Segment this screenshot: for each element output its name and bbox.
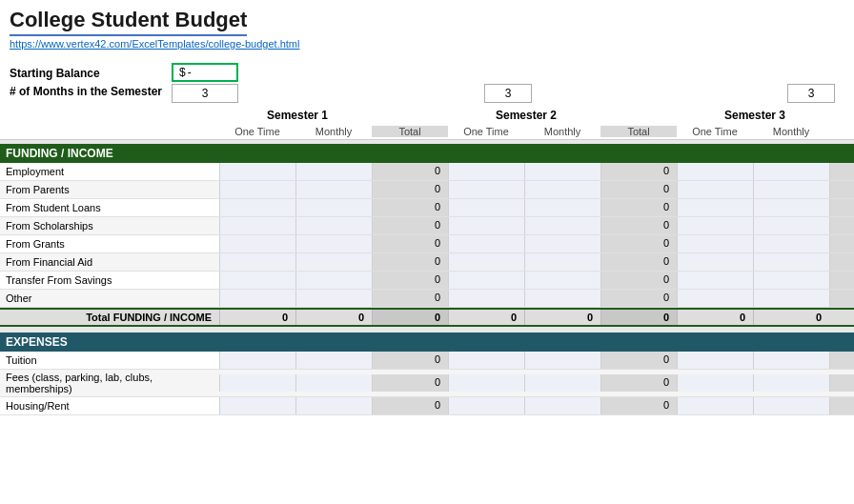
s2-total-cell: 0: [600, 217, 677, 234]
s3-monthly-cell[interactable]: [753, 181, 829, 198]
s1-monthly-cell[interactable]: [295, 217, 372, 234]
s3-monthly-cell[interactable]: [753, 374, 829, 392]
s1-one-time-cell[interactable]: [219, 235, 295, 252]
row-label: Fees (class, parking, lab, clubs, member…: [0, 370, 219, 396]
expense-rows: Tuition00Fees (class, parking, lab, club…: [0, 352, 854, 415]
s2-one-time-cell[interactable]: [448, 217, 524, 234]
s2-monthly-cell[interactable]: [524, 163, 600, 180]
s2-monthly-cell[interactable]: [524, 235, 600, 252]
s1-monthly-cell[interactable]: [295, 199, 372, 216]
s1-one-time-cell[interactable]: [219, 181, 295, 198]
s2-one-time-cell[interactable]: [448, 290, 524, 307]
s3-monthly-cell[interactable]: [753, 163, 829, 180]
s3-one-time-cell[interactable]: [677, 374, 753, 392]
data-row: Tuition00: [0, 352, 854, 370]
total-s1-one-time: 0: [219, 310, 295, 325]
s3-monthly-cell[interactable]: [753, 352, 829, 369]
s2-monthly-cell[interactable]: [524, 181, 600, 198]
s1-total-cell: 0: [372, 352, 448, 369]
s1-monthly-cell[interactable]: [295, 272, 372, 289]
s3-total-cell: [829, 374, 854, 392]
s2-monthly-cell[interactable]: [524, 272, 600, 289]
s1-total-cell: 0: [372, 272, 448, 289]
s1-monthly-cell[interactable]: [295, 163, 372, 180]
s1-one-time-header: One Time: [219, 126, 295, 137]
s1-one-time-cell[interactable]: [219, 217, 295, 234]
s2-one-time-cell[interactable]: [448, 352, 524, 369]
starting-balance-label: Starting Balance: [10, 65, 162, 83]
s3-monthly-cell[interactable]: [753, 199, 829, 216]
s2-one-time-cell[interactable]: [448, 181, 524, 198]
s1-one-time-cell[interactable]: [219, 352, 295, 369]
s3-one-time-cell[interactable]: [677, 397, 753, 414]
s3-monthly-cell[interactable]: [753, 290, 829, 307]
s2-one-time-cell[interactable]: [448, 272, 524, 289]
s3-total-cell: [829, 352, 854, 369]
s3-monthly-cell[interactable]: [753, 272, 829, 289]
s1-one-time-cell[interactable]: [219, 272, 295, 289]
s3-one-time-cell[interactable]: [677, 217, 753, 234]
months-s2-value[interactable]: 3: [505, 87, 512, 100]
s3-monthly-cell[interactable]: [753, 235, 829, 252]
data-row: Transfer From Savings00: [0, 272, 854, 290]
s2-monthly-cell[interactable]: [524, 374, 600, 392]
s3-monthly-cell[interactable]: [753, 397, 829, 414]
s1-monthly-cell[interactable]: [295, 374, 372, 392]
s3-one-time-cell[interactable]: [677, 272, 753, 289]
data-row: Employment00: [0, 163, 854, 181]
row-label: From Parents: [0, 182, 219, 197]
months-s3-value[interactable]: 3: [808, 87, 815, 100]
s1-monthly-cell[interactable]: [295, 352, 372, 369]
data-row: From Scholarships00: [0, 217, 854, 235]
s2-one-time-cell[interactable]: [448, 374, 524, 392]
s3-total-cell: [829, 397, 854, 414]
s1-monthly-cell[interactable]: [295, 235, 372, 252]
s3-one-time-cell[interactable]: [677, 181, 753, 198]
s1-monthly-cell[interactable]: [295, 253, 372, 271]
s1-monthly-cell[interactable]: [295, 290, 372, 307]
s2-monthly-cell[interactable]: [524, 199, 600, 216]
s2-monthly-cell[interactable]: [524, 290, 600, 307]
total-s3-monthly: 0: [753, 310, 829, 325]
data-row: Housing/Rent00: [0, 397, 854, 415]
s3-monthly-cell[interactable]: [753, 217, 829, 234]
s1-one-time-cell[interactable]: [219, 374, 295, 392]
s1-monthly-header: Monthly: [295, 126, 372, 137]
s1-monthly-cell[interactable]: [295, 397, 372, 414]
months-s1-value[interactable]: 3: [202, 87, 209, 100]
s2-one-time-cell[interactable]: [448, 253, 524, 271]
s1-one-time-cell[interactable]: [219, 290, 295, 307]
s1-total-cell: 0: [372, 290, 448, 307]
row-label: From Financial Aid: [0, 254, 219, 270]
s2-monthly-cell[interactable]: [524, 397, 600, 414]
starting-balance-value[interactable]: -: [188, 66, 192, 79]
s1-one-time-cell[interactable]: [219, 397, 295, 414]
s1-one-time-cell[interactable]: [219, 253, 295, 271]
header-link[interactable]: https://www.vertex42.com/ExcelTemplates/…: [10, 38, 844, 50]
s2-one-time-cell[interactable]: [448, 199, 524, 216]
s1-total-cell: 0: [372, 181, 448, 198]
s1-total-cell: 0: [372, 374, 448, 392]
s3-one-time-cell[interactable]: [677, 290, 753, 307]
s3-one-time-cell[interactable]: [677, 352, 753, 369]
dollar-sign: $: [179, 66, 186, 79]
total-funding-label: Total FUNDING / INCOME: [0, 312, 219, 323]
s2-one-time-cell[interactable]: [448, 235, 524, 252]
s1-monthly-cell[interactable]: [295, 181, 372, 198]
s1-one-time-cell[interactable]: [219, 163, 295, 180]
s1-one-time-cell[interactable]: [219, 199, 295, 216]
s3-one-time-cell[interactable]: [677, 163, 753, 180]
s2-total-header: Total: [600, 126, 677, 137]
s2-one-time-cell[interactable]: [448, 397, 524, 414]
expenses-section-header: EXPENSES: [0, 333, 854, 352]
s3-one-time-cell[interactable]: [677, 235, 753, 252]
s3-one-time-cell[interactable]: [677, 199, 753, 216]
s1-total-cell: 0: [372, 253, 448, 271]
s2-monthly-cell[interactable]: [524, 352, 600, 369]
s2-monthly-cell[interactable]: [524, 217, 600, 234]
semester3-header: Semester 3: [677, 109, 854, 122]
s2-monthly-cell[interactable]: [524, 253, 600, 271]
s3-monthly-cell[interactable]: [753, 253, 829, 271]
s2-one-time-cell[interactable]: [448, 163, 524, 180]
s3-one-time-cell[interactable]: [677, 253, 753, 271]
